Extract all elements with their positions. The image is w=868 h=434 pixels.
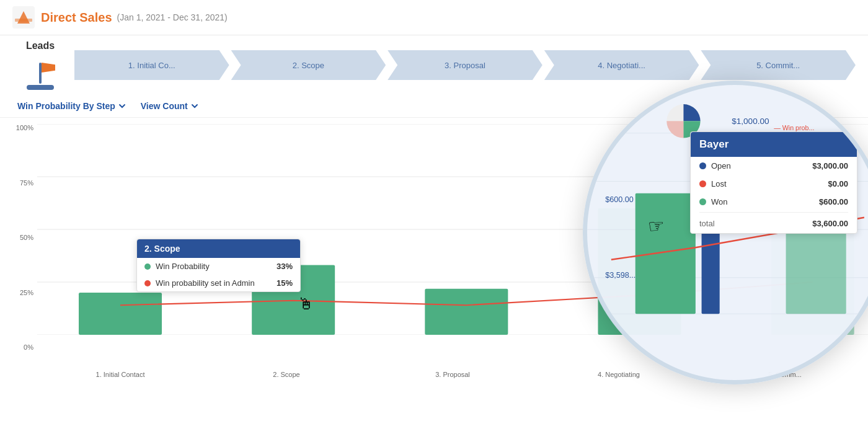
- x-label-3: 3. Proposal: [370, 371, 536, 378]
- y-label-0: 0%: [12, 343, 37, 351]
- magnify-overlay: $1,000.00 $600.00 $3,598... — Win prob..…: [583, 81, 868, 384]
- admin-prob-dot: [144, 280, 151, 286]
- bayer-tooltip-header: Bayer: [691, 132, 857, 157]
- won-dot: [699, 198, 706, 205]
- svg-rect-10: [425, 289, 508, 335]
- step-3[interactable]: 3. Proposal: [388, 50, 542, 80]
- bayer-tooltip: Bayer Open $3,000.00 Lost $0.00: [690, 131, 857, 234]
- bayer-total-value: $3,600.00: [812, 219, 848, 228]
- lost-value: $0.00: [828, 179, 848, 188]
- step-5[interactable]: 5. Commit...: [701, 50, 856, 80]
- steps-container: 1. Initial Co... 2. Scope 3. Proposal 4.…: [74, 50, 856, 80]
- svg-text:$600.00: $600.00: [605, 195, 634, 204]
- svg-rect-2: [15, 19, 32, 22]
- bayer-row-won: Won $600.00: [691, 193, 857, 211]
- step-2[interactable]: 2. Scope: [231, 50, 386, 80]
- x-label-2: 2. Scope: [203, 371, 370, 378]
- won-value: $600.00: [819, 197, 848, 206]
- magnify-cursor: ☞: [647, 215, 666, 237]
- bayer-row-open: Open $3,000.00: [691, 157, 857, 175]
- step-4[interactable]: 4. Negotiati...: [544, 50, 699, 80]
- svg-text:$3,598...: $3,598...: [605, 271, 636, 280]
- open-dot: [699, 162, 706, 169]
- chevron-down-icon: [118, 102, 126, 110]
- pole-base-icon: [27, 85, 54, 90]
- leads-section: Leads: [12, 40, 68, 90]
- step-1[interactable]: 1. Initial Co...: [74, 50, 229, 80]
- app-logo: [12, 6, 35, 29]
- svg-text:$1,000.00: $1,000.00: [732, 117, 769, 126]
- flag-icon: [42, 63, 55, 73]
- scope-tooltip: 2. Scope Win Probability 33% Win probabi…: [136, 239, 301, 292]
- bayer-divider: [699, 212, 848, 213]
- y-label-75: 75%: [12, 179, 37, 187]
- scope-tooltip-row-2: Win probability set in Admin 15%: [137, 275, 300, 291]
- scope-tooltip-header: 2. Scope: [137, 239, 300, 258]
- bayer-row-lost: Lost $0.00: [691, 175, 857, 193]
- cursor-pointer: 🖱: [298, 294, 314, 314]
- y-label-25: 25%: [12, 289, 37, 296]
- y-label-100: 100%: [12, 124, 37, 131]
- view-count-dropdown[interactable]: View Count: [136, 99, 203, 113]
- x-label-1: 1. Initial Contact: [37, 371, 203, 378]
- bayer-total-row: total $3,600.00: [691, 214, 857, 233]
- open-value: $3,000.00: [812, 161, 848, 170]
- lost-dot: [699, 180, 706, 187]
- win-prob-dot: [144, 264, 151, 270]
- leads-icon: [22, 55, 59, 90]
- y-label-50: 50%: [12, 234, 37, 241]
- bayer-total-label: total: [699, 219, 715, 228]
- date-range: (Jan 1, 2021 - Dec 31, 2021): [117, 12, 228, 22]
- scope-tooltip-row-1: Win Probability 33%: [137, 258, 300, 275]
- win-prob-dropdown[interactable]: Win Probability By Step: [12, 99, 131, 113]
- svg-rect-18: [636, 193, 696, 314]
- svg-rect-8: [79, 293, 162, 335]
- chevron-down-icon-2: [191, 102, 198, 110]
- y-axis: 100% 75% 50% 25% 0%: [12, 124, 37, 351]
- app-title: Direct Sales: [41, 11, 112, 25]
- header: Direct Sales (Jan 1, 2021 - Dec 31, 2021…: [0, 0, 868, 35]
- svg-text:— Win prob...: — Win prob...: [774, 124, 814, 131]
- leads-label: Leads: [26, 40, 55, 51]
- chart-area: 100% 75% 50% 25% 0% 1. Initial Contact 2…: [0, 118, 868, 378]
